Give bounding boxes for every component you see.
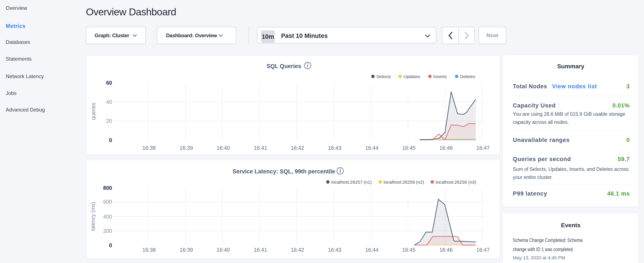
svg-text:16:46: 16:46 (440, 247, 453, 253)
svg-text:localhost:26258 (n3): localhost:26258 (n3) (436, 180, 476, 184)
svg-text:16:44: 16:44 (365, 145, 379, 151)
svg-text:0: 0 (109, 137, 112, 143)
svg-text:16:39: 16:39 (180, 145, 193, 151)
svg-text:16:45: 16:45 (402, 145, 416, 151)
svg-text:16:41: 16:41 (254, 145, 267, 151)
svg-text:16:42: 16:42 (291, 247, 304, 253)
svg-text:200: 200 (103, 228, 112, 234)
svg-text:16:38: 16:38 (142, 247, 156, 253)
svg-text:Inserts: Inserts (433, 74, 447, 79)
svg-text:16:47: 16:47 (476, 145, 490, 151)
svg-text:16:45: 16:45 (402, 247, 416, 253)
svg-text:20: 20 (106, 118, 112, 124)
svg-text:40: 40 (106, 99, 112, 105)
svg-text:queries: queries (90, 103, 96, 120)
svg-text:400: 400 (103, 214, 112, 220)
svg-text:60: 60 (106, 80, 112, 86)
svg-text:16:44: 16:44 (365, 247, 379, 253)
svg-text:16:46: 16:46 (440, 145, 453, 151)
svg-text:Service Latency: SQL, 99th per: Service Latency: SQL, 99th percentile (232, 168, 335, 175)
svg-text:localhost:26259 (n2): localhost:26259 (n2) (384, 180, 424, 184)
svg-text:600: 600 (103, 199, 112, 205)
svg-text:16:40: 16:40 (217, 247, 230, 253)
svg-text:Selects: Selects (376, 74, 391, 79)
svg-text:latency (ms): latency (ms) (90, 202, 96, 231)
svg-text:0: 0 (109, 242, 112, 248)
svg-text:16:47: 16:47 (476, 247, 490, 253)
svg-text:SQL Queries: SQL Queries (266, 63, 301, 69)
svg-text:Deletes: Deletes (460, 74, 475, 79)
svg-text:16:39: 16:39 (180, 247, 193, 253)
svg-text:16:43: 16:43 (328, 247, 342, 253)
svg-text:localhost:26257 (n1): localhost:26257 (n1) (331, 180, 372, 184)
svg-text:Updates: Updates (404, 74, 420, 79)
svg-text:16:41: 16:41 (254, 247, 267, 253)
svg-text:16:38: 16:38 (142, 145, 156, 151)
svg-text:16:43: 16:43 (328, 145, 342, 151)
svg-text:16:42: 16:42 (291, 145, 304, 151)
svg-text:16:40: 16:40 (217, 145, 230, 151)
svg-text:800: 800 (103, 185, 112, 191)
